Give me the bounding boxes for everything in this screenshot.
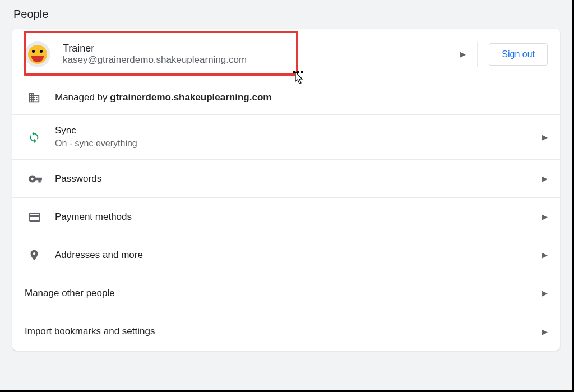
avatar [25,41,50,67]
location-icon [25,249,55,261]
import-bookmarks-row[interactable]: Import bookmarks and settings ▶ [12,312,560,351]
profile-email: kasey@gtrainerdemo.shakeuplearning.com [63,54,453,66]
payment-label: Payment methods [55,210,535,224]
chevron-right-icon: ▶ [542,133,548,141]
sync-icon [25,131,55,144]
addresses-label: Addresses and more [55,248,535,262]
managed-by-text: Managed by gtrainerdemo.shakeuplearning.… [55,92,548,103]
sync-row[interactable]: Sync On - sync everything ▶ [12,115,560,160]
chevron-right-icon: ▶ [542,213,548,221]
svg-rect-0 [293,71,295,73]
import-label: Import bookmarks and settings [25,325,535,338]
credit-card-icon [25,210,55,224]
profile-row[interactable]: Trainer kasey@gtrainerdemo.shakeuplearni… [12,29,560,80]
svg-rect-2 [301,71,303,73]
chevron-right-icon: ▶ [460,50,466,58]
chevron-right-icon: ▶ [542,251,548,259]
manage-people-label: Manage other people [25,287,535,300]
chevron-right-icon: ▶ [542,289,548,297]
chevron-right-icon: ▶ [542,174,548,183]
svg-rect-1 [297,71,299,73]
passwords-row[interactable]: Passwords ▶ [12,160,560,198]
payment-methods-row[interactable]: Payment methods ▶ [12,198,560,236]
sign-out-button[interactable]: Sign out [489,43,548,66]
sync-status: On - sync everything [55,137,535,150]
addresses-row[interactable]: Addresses and more ▶ [12,236,560,274]
organization-icon [25,91,55,104]
key-icon [25,172,55,186]
divider [477,42,478,67]
section-header: People [12,8,560,21]
sync-title: Sync [55,124,535,137]
managed-by-row: Managed by gtrainerdemo.shakeuplearning.… [12,80,560,115]
chevron-right-icon: ▶ [542,328,548,336]
profile-name: Trainer [63,43,453,54]
people-card: Trainer kasey@gtrainerdemo.shakeuplearni… [12,29,560,351]
passwords-label: Passwords [55,172,535,186]
manage-people-row[interactable]: Manage other people ▶ [12,274,560,312]
